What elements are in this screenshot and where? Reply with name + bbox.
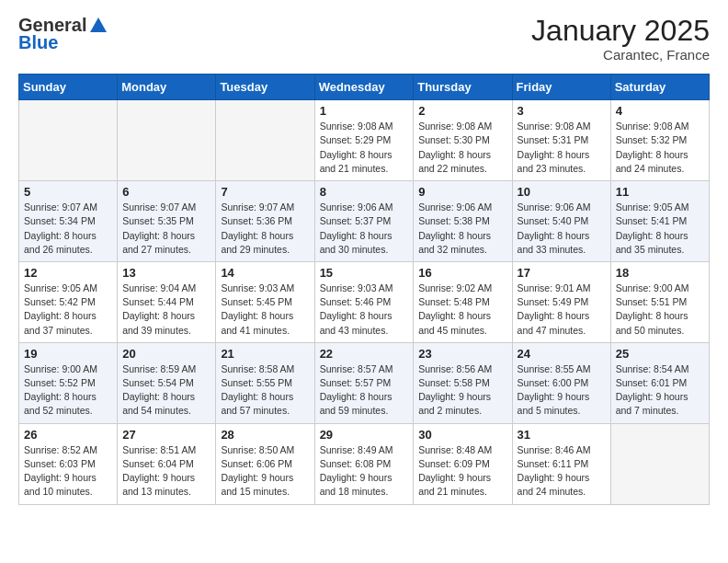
page: General Blue January 2025 Carantec, Fran…: [0, 0, 728, 523]
weekday-header-saturday: Saturday: [610, 75, 709, 100]
day-info: Sunrise: 8:48 AMSunset: 6:09 PMDaylight:…: [418, 443, 506, 500]
day-info: Sunrise: 9:00 AMSunset: 5:52 PMDaylight:…: [24, 362, 112, 419]
day-info: Sunrise: 8:46 AMSunset: 6:11 PMDaylight:…: [518, 443, 606, 500]
day-cell-25: 25Sunrise: 8:54 AMSunset: 6:01 PMDayligh…: [610, 342, 709, 423]
day-info: Sunrise: 9:02 AMSunset: 5:48 PMDaylight:…: [418, 282, 506, 338]
day-number: 31: [518, 428, 606, 442]
day-number: 9: [418, 185, 506, 199]
day-number: 28: [221, 428, 309, 442]
day-info: Sunrise: 8:49 AMSunset: 6:08 PMDaylight:…: [320, 443, 409, 500]
day-cell-11: 11Sunrise: 9:05 AMSunset: 5:41 PMDayligh…: [610, 181, 709, 262]
day-cell-27: 27Sunrise: 8:51 AMSunset: 6:04 PMDayligh…: [118, 423, 216, 504]
day-cell-5: 5Sunrise: 9:07 AMSunset: 5:34 PMDaylight…: [19, 181, 118, 262]
day-number: 11: [616, 185, 704, 199]
day-cell-6: 6Sunrise: 9:07 AMSunset: 5:35 PMDaylight…: [118, 181, 216, 262]
empty-cell: [610, 423, 709, 504]
logo-icon: [88, 16, 108, 36]
day-cell-29: 29Sunrise: 8:49 AMSunset: 6:08 PMDayligh…: [314, 423, 414, 504]
day-number: 14: [221, 266, 309, 280]
day-number: 4: [616, 104, 704, 118]
day-number: 19: [24, 347, 112, 361]
day-info: Sunrise: 8:54 AMSunset: 6:01 PMDaylight:…: [616, 362, 704, 419]
day-cell-9: 9Sunrise: 9:06 AMSunset: 5:38 PMDaylight…: [414, 181, 512, 262]
day-number: 13: [122, 266, 210, 280]
calendar-table: SundayMondayTuesdayWednesdayThursdayFrid…: [18, 74, 710, 504]
day-info: Sunrise: 9:08 AMSunset: 5:29 PMDaylight:…: [320, 120, 409, 176]
month-title: January 2025: [531, 15, 710, 47]
day-info: Sunrise: 8:50 AMSunset: 6:06 PMDaylight:…: [221, 443, 309, 500]
day-info: Sunrise: 9:05 AMSunset: 5:41 PMDaylight:…: [616, 201, 704, 257]
day-cell-13: 13Sunrise: 9:04 AMSunset: 5:44 PMDayligh…: [118, 261, 216, 342]
day-info: Sunrise: 9:06 AMSunset: 5:40 PMDaylight:…: [518, 201, 606, 257]
day-cell-12: 12Sunrise: 9:05 AMSunset: 5:42 PMDayligh…: [19, 261, 118, 342]
day-number: 6: [122, 185, 210, 199]
day-number: 27: [122, 428, 210, 442]
calendar-week-5: 26Sunrise: 8:52 AMSunset: 6:03 PMDayligh…: [19, 423, 710, 504]
day-number: 7: [221, 185, 309, 199]
svg-marker-0: [90, 17, 107, 32]
calendar-week-1: 1Sunrise: 9:08 AMSunset: 5:29 PMDaylight…: [19, 100, 710, 181]
empty-cell: [216, 100, 314, 181]
calendar-week-3: 12Sunrise: 9:05 AMSunset: 5:42 PMDayligh…: [19, 261, 710, 342]
day-info: Sunrise: 8:58 AMSunset: 5:55 PMDaylight:…: [221, 362, 309, 419]
day-number: 29: [320, 428, 409, 442]
day-info: Sunrise: 8:51 AMSunset: 6:04 PMDaylight:…: [122, 443, 210, 500]
day-number: 20: [122, 347, 210, 361]
day-cell-17: 17Sunrise: 9:01 AMSunset: 5:49 PMDayligh…: [512, 261, 610, 342]
day-info: Sunrise: 9:05 AMSunset: 5:42 PMDaylight:…: [24, 282, 112, 338]
day-number: 26: [24, 428, 112, 442]
day-number: 30: [418, 428, 506, 442]
day-number: 10: [518, 185, 606, 199]
day-cell-16: 16Sunrise: 9:02 AMSunset: 5:48 PMDayligh…: [414, 261, 512, 342]
weekday-header-wednesday: Wednesday: [314, 75, 414, 100]
day-number: 25: [616, 347, 704, 361]
day-cell-24: 24Sunrise: 8:55 AMSunset: 6:00 PMDayligh…: [512, 342, 610, 423]
day-info: Sunrise: 9:08 AMSunset: 5:32 PMDaylight:…: [616, 120, 704, 176]
day-cell-15: 15Sunrise: 9:03 AMSunset: 5:46 PMDayligh…: [314, 261, 414, 342]
day-number: 16: [418, 266, 506, 280]
day-number: 12: [24, 266, 112, 280]
day-info: Sunrise: 9:07 AMSunset: 5:34 PMDaylight:…: [24, 201, 112, 257]
empty-cell: [19, 100, 118, 181]
day-info: Sunrise: 9:03 AMSunset: 5:45 PMDaylight:…: [221, 282, 309, 338]
day-cell-23: 23Sunrise: 8:56 AMSunset: 5:58 PMDayligh…: [414, 342, 512, 423]
header: General Blue January 2025 Carantec, Fran…: [18, 15, 710, 63]
day-cell-10: 10Sunrise: 9:06 AMSunset: 5:40 PMDayligh…: [512, 181, 610, 262]
day-cell-22: 22Sunrise: 8:57 AMSunset: 5:57 PMDayligh…: [314, 342, 414, 423]
day-cell-30: 30Sunrise: 8:48 AMSunset: 6:09 PMDayligh…: [414, 423, 512, 504]
day-number: 15: [320, 266, 409, 280]
day-cell-18: 18Sunrise: 9:00 AMSunset: 5:51 PMDayligh…: [610, 261, 709, 342]
location-title: Carantec, France: [531, 47, 710, 63]
weekday-header-tuesday: Tuesday: [216, 75, 314, 100]
day-number: 22: [320, 347, 409, 361]
day-number: 1: [320, 104, 409, 118]
day-info: Sunrise: 9:04 AMSunset: 5:44 PMDaylight:…: [122, 282, 210, 338]
day-cell-28: 28Sunrise: 8:50 AMSunset: 6:06 PMDayligh…: [216, 423, 314, 504]
day-number: 21: [221, 347, 309, 361]
day-info: Sunrise: 9:07 AMSunset: 5:35 PMDaylight:…: [122, 201, 210, 257]
day-cell-21: 21Sunrise: 8:58 AMSunset: 5:55 PMDayligh…: [216, 342, 314, 423]
calendar-week-2: 5Sunrise: 9:07 AMSunset: 5:34 PMDaylight…: [19, 181, 710, 262]
weekday-header-monday: Monday: [118, 75, 216, 100]
logo-blue-text: Blue: [18, 32, 58, 53]
day-cell-19: 19Sunrise: 9:00 AMSunset: 5:52 PMDayligh…: [19, 342, 118, 423]
day-info: Sunrise: 9:06 AMSunset: 5:38 PMDaylight:…: [418, 201, 506, 257]
day-info: Sunrise: 9:00 AMSunset: 5:51 PMDaylight:…: [616, 282, 704, 338]
day-info: Sunrise: 8:55 AMSunset: 6:00 PMDaylight:…: [518, 362, 606, 419]
day-cell-14: 14Sunrise: 9:03 AMSunset: 5:45 PMDayligh…: [216, 261, 314, 342]
weekday-header-sunday: Sunday: [19, 75, 118, 100]
day-info: Sunrise: 8:52 AMSunset: 6:03 PMDaylight:…: [24, 443, 112, 500]
day-cell-26: 26Sunrise: 8:52 AMSunset: 6:03 PMDayligh…: [19, 423, 118, 504]
weekday-header-friday: Friday: [512, 75, 610, 100]
day-info: Sunrise: 8:57 AMSunset: 5:57 PMDaylight:…: [320, 362, 409, 419]
day-cell-7: 7Sunrise: 9:07 AMSunset: 5:36 PMDaylight…: [216, 181, 314, 262]
weekday-header-thursday: Thursday: [414, 75, 512, 100]
day-number: 24: [518, 347, 606, 361]
day-cell-3: 3Sunrise: 9:08 AMSunset: 5:31 PMDaylight…: [512, 100, 610, 181]
day-info: Sunrise: 9:08 AMSunset: 5:30 PMDaylight:…: [418, 120, 506, 176]
day-cell-31: 31Sunrise: 8:46 AMSunset: 6:11 PMDayligh…: [512, 423, 610, 504]
day-cell-2: 2Sunrise: 9:08 AMSunset: 5:30 PMDaylight…: [414, 100, 512, 181]
day-cell-1: 1Sunrise: 9:08 AMSunset: 5:29 PMDaylight…: [314, 100, 414, 181]
title-block: January 2025 Carantec, France: [531, 15, 710, 63]
day-info: Sunrise: 9:07 AMSunset: 5:36 PMDaylight:…: [221, 201, 309, 257]
